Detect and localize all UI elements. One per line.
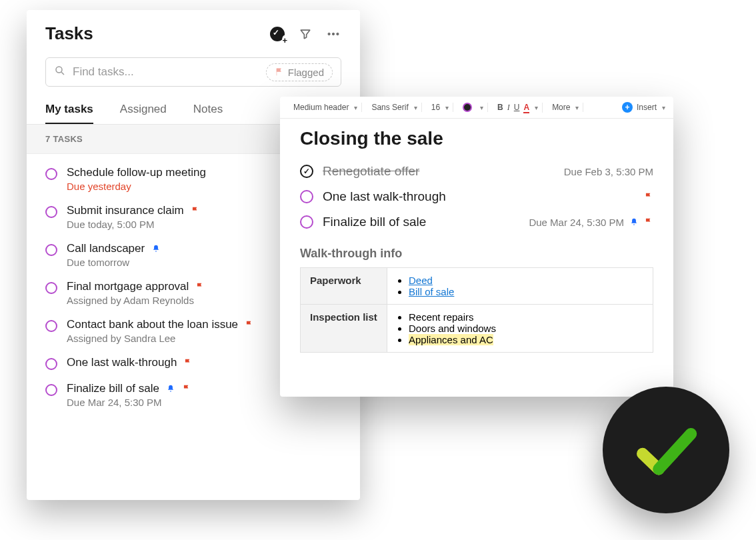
task-title: Call landscaper xyxy=(67,242,145,255)
task-title: One last walk-through xyxy=(67,356,177,369)
task-checkbox-done[interactable] xyxy=(300,165,313,178)
task-checkbox[interactable] xyxy=(45,206,57,218)
search-input[interactable]: Find tasks... Flagged xyxy=(45,57,341,87)
tab-my-tasks[interactable]: My tasks xyxy=(45,103,93,124)
doc-task-title: One last walk-through xyxy=(323,189,446,204)
list-item: Appliances and AC xyxy=(409,334,643,345)
chevron-down-icon: ▾ xyxy=(445,104,449,111)
toolbar-insert-button[interactable]: + Insert ▾ xyxy=(622,102,665,113)
task-checkbox[interactable] xyxy=(45,168,57,180)
task-checkbox[interactable] xyxy=(45,282,57,294)
svg-point-2 xyxy=(337,33,339,35)
flag-icon xyxy=(195,282,205,291)
flag-icon xyxy=(644,192,653,201)
table-cell: Deed Bill of sale xyxy=(387,268,653,305)
list-item: Recent repairs xyxy=(409,311,643,323)
flag-icon xyxy=(183,358,193,367)
doc-toolbar: Medium header▾ Sans Serif▾ 16▾ ▾ B I U A… xyxy=(280,97,673,119)
info-table: Paperwork Deed Bill of sale Inspection l… xyxy=(300,267,653,353)
table-row: Inspection list Recent repairs Doors and… xyxy=(301,305,653,353)
task-title: Final mortgage approval xyxy=(67,280,189,293)
doc-task[interactable]: Finalize bill of sale Due Mar 24, 5:30 P… xyxy=(300,209,653,235)
table-row: Paperwork Deed Bill of sale xyxy=(301,268,653,305)
bold-button[interactable]: B xyxy=(497,103,503,112)
search-row: Find tasks... Flagged xyxy=(27,51,360,99)
svg-line-4 xyxy=(61,72,64,75)
toolbar-more-button[interactable]: More▾ xyxy=(548,103,583,112)
link-deed[interactable]: Deed xyxy=(409,275,433,286)
svg-point-0 xyxy=(328,33,330,35)
filter-icon[interactable] xyxy=(297,26,313,42)
doc-task-title: Renegotiate offer xyxy=(323,164,419,179)
bell-icon xyxy=(151,244,161,253)
doc-task[interactable]: Renegotiate offer Due Feb 3, 5:30 PM xyxy=(300,159,653,184)
flagged-chip[interactable]: Flagged xyxy=(266,63,333,81)
flag-icon xyxy=(182,384,191,393)
svg-point-3 xyxy=(56,67,62,73)
tab-assigned[interactable]: Assigned xyxy=(120,103,167,124)
chevron-down-icon: ▾ xyxy=(662,104,665,111)
toolbar-heading-selector[interactable]: Medium header▾ xyxy=(289,103,362,112)
chevron-down-icon: ▾ xyxy=(414,104,417,111)
doc-task-title: Finalize bill of sale xyxy=(323,215,426,229)
task-subtext: Due Mar 24, 5:30 PM xyxy=(67,397,349,408)
doc-section-heading: Walk-through info xyxy=(300,247,653,261)
task-title: Contact bank about the loan issue xyxy=(67,318,238,331)
chevron-down-icon: ▾ xyxy=(535,104,538,111)
task-checkbox[interactable] xyxy=(300,190,313,203)
italic-button[interactable]: I xyxy=(507,103,510,113)
task-checkbox[interactable] xyxy=(45,244,57,256)
list-item: Doors and windows xyxy=(409,323,643,334)
table-cell: Recent repairs Doors and windows Applian… xyxy=(387,305,653,353)
doc-task-due: Due Feb 3, 5:30 PM xyxy=(564,166,653,177)
task-title: Schedule follow-up meeting xyxy=(67,166,206,179)
chevron-down-icon: ▾ xyxy=(354,104,357,111)
doc-task[interactable]: One last walk-through xyxy=(300,184,653,209)
plus-icon: + xyxy=(622,102,633,113)
doc-task-due: Due Mar 24, 5:30 PM xyxy=(529,217,624,228)
toolbar-font-selector[interactable]: Sans Serif▾ xyxy=(367,103,421,112)
svg-point-1 xyxy=(332,33,334,35)
tasks-title: Tasks xyxy=(45,23,93,44)
bell-icon xyxy=(629,217,639,227)
flag-icon xyxy=(644,217,653,227)
checkmark-icon xyxy=(629,413,703,487)
chevron-down-icon: ▾ xyxy=(480,104,483,111)
task-checkbox[interactable] xyxy=(45,320,57,332)
toolbar-size-selector[interactable]: 16▾ xyxy=(427,103,453,112)
flag-icon xyxy=(275,67,284,77)
doc-body: Closing the sale Renegotiate offer Due F… xyxy=(280,119,673,366)
document-panel: Medium header▾ Sans Serif▾ 16▾ ▾ B I U A… xyxy=(280,97,673,397)
tab-notes[interactable]: Notes xyxy=(193,103,223,124)
bell-icon xyxy=(166,384,175,393)
underline-button[interactable]: U xyxy=(514,103,520,112)
tasks-header: Tasks xyxy=(27,10,360,51)
checkmark-badge xyxy=(603,387,729,513)
search-placeholder: Find tasks... xyxy=(73,65,134,79)
more-icon[interactable] xyxy=(325,26,341,42)
search-icon xyxy=(54,65,66,80)
text-color-button[interactable]: A xyxy=(523,103,529,112)
add-task-icon[interactable] xyxy=(269,26,285,42)
chevron-down-icon: ▾ xyxy=(575,104,579,111)
row-header: Paperwork xyxy=(301,268,387,305)
task-checkbox[interactable] xyxy=(45,358,57,370)
tasks-header-actions xyxy=(269,26,341,42)
toolbar-color-selector[interactable]: ▾ xyxy=(459,103,488,112)
task-checkbox[interactable] xyxy=(300,215,313,229)
flag-icon xyxy=(245,320,254,329)
task-checkbox[interactable] xyxy=(45,384,57,396)
task-title: Finalize bill of sale xyxy=(67,382,159,395)
link-bill-of-sale[interactable]: Bill of sale xyxy=(409,286,454,297)
task-title: Submit insurance claim xyxy=(67,204,184,217)
flag-icon xyxy=(191,206,200,215)
color-swatch-icon xyxy=(463,103,472,112)
row-header: Inspection list xyxy=(301,305,387,353)
doc-title: Closing the sale xyxy=(300,128,653,149)
